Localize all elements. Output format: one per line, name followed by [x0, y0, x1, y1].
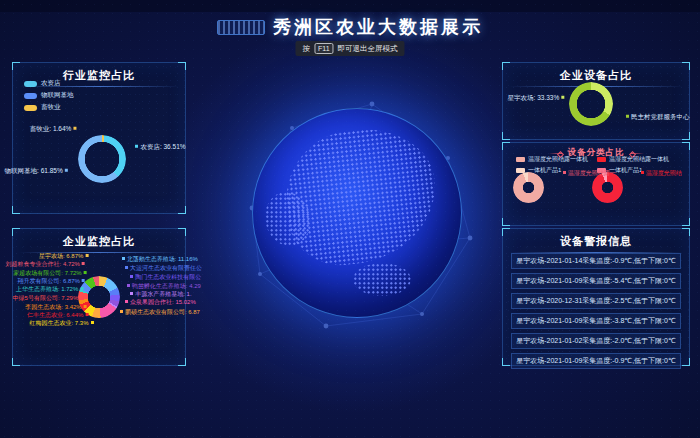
legend-item[interactable]: 一体机产品1 — [597, 166, 669, 175]
label-dot — [65, 169, 68, 172]
legend-item[interactable]: 温湿度光照结露一体机 — [516, 155, 588, 164]
panel-corner-decoration — [12, 62, 20, 70]
chart-label: 畜牧业: 1.64% — [30, 126, 79, 133]
label-text: 家超农场有限公司: 7.72% — [13, 270, 81, 276]
panel-corner-decoration — [12, 358, 20, 366]
label-dot — [84, 271, 87, 274]
label-dot — [125, 266, 128, 269]
chart-label: 仁丰生态农业: 6.44% — [27, 312, 90, 318]
label-text: 星宇农场: 33.33% — [508, 94, 560, 101]
label-text: 民主村党群服务中心 — [631, 113, 690, 120]
legend-item[interactable]: 畜牧业 — [24, 103, 74, 112]
legend-label: 畜牧业 — [41, 103, 61, 112]
chart-label: 农资店: 36.51% — [133, 144, 185, 151]
panel-enterprise-monitor-ratio: 企业监控占比 星宇农场: 6.87%刘超粮食专业合作社: 4.72%家超农场有限… — [12, 228, 186, 366]
chart-label: 刘超粮食专业合作社: 4.72% — [6, 261, 87, 267]
alarm-row: 星宇农场-2021-01-09采集温度:-5.4℃,低于下限:0℃ — [511, 273, 681, 289]
panel-corner-decoration — [502, 62, 510, 70]
legend-swatch — [597, 157, 606, 162]
legend-swatch — [24, 81, 37, 87]
panel-corner-decoration — [178, 62, 186, 70]
label-dot — [130, 292, 133, 295]
device-class-right-legend: 温湿度光照结露一体机一体机产品1 — [597, 155, 669, 177]
panel-corner-decoration — [682, 218, 690, 226]
legend-label: 农资店 — [41, 79, 61, 88]
label-text: 红梅园生态农业: 7.3% — [30, 320, 89, 326]
alarm-row: 星宇农场-2021-01-02采集温度:-2.0℃,低于下限:0℃ — [511, 333, 681, 349]
panel-corner-decoration — [178, 358, 186, 366]
chart-label: 上华生态养殖场: 1.72% — [16, 286, 85, 292]
legend-label: 温湿度光照结露一体机 — [528, 155, 588, 164]
dashboard: 秀洲区农业大数据展示 按 F11 即可退出全屏模式 行业监控占比 农资店物联网基… — [0, 0, 700, 438]
globe-sphere — [252, 108, 462, 318]
panel-corner-decoration — [178, 206, 186, 214]
label-dot — [127, 284, 130, 287]
legend-item[interactable]: 农资店 — [24, 79, 74, 88]
label-text: 农资店: 36.51% — [140, 143, 185, 150]
fullscreen-exit-tip: 按 F11 即可退出全屏模式 — [295, 41, 404, 56]
alarm-row: 星宇农场-2021-01-09采集温度:-0.9℃,低于下限:0℃ — [511, 353, 681, 369]
panel-corner-decoration — [502, 132, 510, 140]
label-text: 刘超粮食专业合作社: 4.72% — [6, 261, 80, 267]
label-text: 仁丰生态农业: 6.44% — [27, 312, 83, 318]
legend-label: 温湿度光照结露一体机 — [609, 155, 669, 164]
chart-label: 星宇农场: 33.33% — [508, 95, 567, 102]
legend-label: 物联网基地 — [41, 91, 74, 100]
panel-enterprise-device-ratio: 企业设备占比 星宇农场: 33.33%民主村党群服务中心 — [502, 62, 690, 140]
label-dot — [125, 300, 128, 303]
label-dot — [561, 96, 564, 99]
chart-label: 丰源水产养殖基地: 1. — [128, 291, 191, 297]
alarm-list: 星宇农场-2021-01-14采集温度:-0.9℃,低于下限:0℃星宇农场-20… — [511, 253, 681, 373]
chart-label: 红梅园生态农业: 7.3% — [30, 320, 96, 326]
label-dot — [135, 145, 138, 148]
dotted-continent — [353, 263, 411, 296]
label-dot — [82, 262, 85, 265]
chart-label: 中绿5号有限公司: 7.29% — [13, 295, 86, 301]
label-dot — [91, 321, 94, 324]
chart-label: 翔升发有限公司: 6.87% — [18, 278, 87, 284]
label-dot — [122, 257, 125, 260]
device-class-left-legend: 温湿度光照结露一体机一体机产品1 — [516, 155, 588, 177]
tip-suffix: 即可退出全屏模式 — [338, 44, 398, 54]
device-donut-chart — [569, 82, 613, 126]
label-dot — [130, 275, 133, 278]
panel-corner-decoration — [682, 358, 690, 366]
legend-swatch — [516, 157, 525, 162]
label-dot — [120, 310, 123, 313]
legend-item[interactable]: 物联网基地 — [24, 91, 74, 100]
globe-visualization — [252, 108, 462, 318]
label-text: 丰源水产养殖基地: 1. — [135, 291, 191, 297]
panel-industry-monitor-ratio: 行业监控占比 农资店物联网基地畜牧业 畜牧业: 1.64%农资店: 36.51%… — [12, 62, 186, 214]
panel-corner-decoration — [178, 228, 186, 236]
panel-device-classification-ratio: 设备分类占比 温湿度光照结露一体机一体机产品1 温湿度光照结露一体机一体机产品1… — [502, 142, 690, 226]
logo-badge — [217, 20, 265, 35]
legend-label: 一体机产品1 — [609, 166, 642, 175]
panel-corner-decoration — [12, 228, 20, 236]
label-text: 物联网基地: 61.85% — [5, 167, 63, 174]
f11-key: F11 — [314, 43, 334, 54]
panel-corner-decoration — [682, 142, 690, 150]
legend-item[interactable]: 温湿度光照结露一体机 — [597, 155, 669, 164]
enterprise-donut-chart — [78, 276, 120, 318]
label-text: 上华生态养殖场: 1.72% — [16, 286, 78, 292]
dotted-continent — [280, 122, 443, 270]
chart-label: 家超农场有限公司: 7.72% — [13, 270, 88, 276]
label-text: 畜牧业: 1.64% — [30, 125, 72, 132]
top-band — [0, 0, 700, 12]
label-text: 中绿5号有限公司: 7.29% — [13, 295, 79, 301]
legend-swatch — [516, 168, 525, 173]
industry-donut-chart — [78, 135, 126, 183]
legend-item[interactable]: 一体机产品1 — [516, 166, 588, 175]
panel-corner-decoration — [682, 132, 690, 140]
legend-swatch — [597, 168, 606, 173]
legend-swatch — [24, 93, 37, 99]
label-text: 翔升发有限公司: 6.87% — [18, 278, 80, 284]
panel-corner-decoration — [502, 358, 510, 366]
chart-label: 众泉果园合作社: 15.02% — [123, 299, 196, 305]
chart-label: 星宇农场: 6.87% — [39, 253, 90, 259]
label-text: 星宇农场: 6.87% — [39, 253, 83, 259]
industry-legend: 农资店物联网基地畜牧业 — [24, 79, 74, 115]
panel-corner-decoration — [682, 62, 690, 70]
header: 秀洲区农业大数据展示 — [0, 15, 700, 39]
legend-label: 一体机产品1 — [528, 166, 561, 175]
